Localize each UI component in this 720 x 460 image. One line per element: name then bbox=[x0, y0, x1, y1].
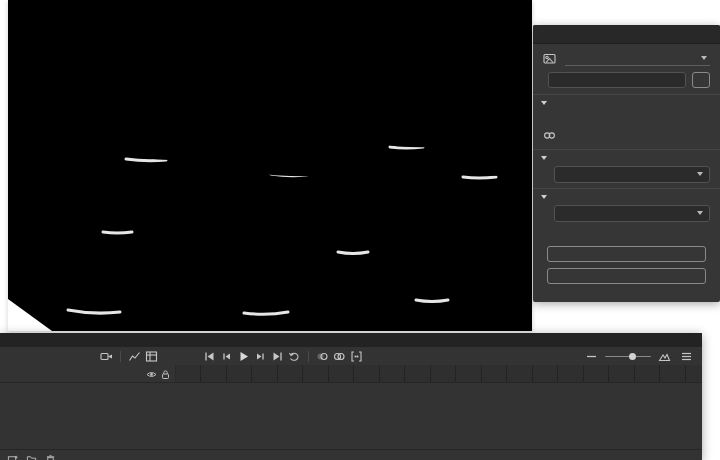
chevron-down-icon bbox=[697, 172, 703, 176]
properties-panel bbox=[533, 25, 720, 302]
timeline-layers-header bbox=[0, 365, 176, 383]
use-frame-picker-button[interactable] bbox=[547, 246, 706, 262]
edit-multiple-frames-icon[interactable] bbox=[349, 350, 364, 363]
section-color-effect[interactable] bbox=[533, 149, 720, 160]
first-frame-row bbox=[543, 227, 710, 240]
instance-name-field[interactable] bbox=[548, 72, 686, 88]
graph-editor-icon[interactable] bbox=[127, 350, 142, 363]
section-looping[interactable] bbox=[533, 188, 720, 199]
xy-row bbox=[543, 111, 710, 124]
collapse-triangle-icon bbox=[541, 156, 547, 160]
zoom-slider-knob[interactable] bbox=[629, 353, 636, 360]
graphic-symbol-icon bbox=[543, 52, 557, 65]
playhead-handle[interactable] bbox=[0, 370, 7, 382]
instance-row bbox=[543, 72, 710, 88]
timeline-toolbar bbox=[0, 347, 702, 366]
collapse-triangle-icon bbox=[541, 101, 547, 105]
frame-view-icon[interactable] bbox=[144, 350, 159, 363]
play-icon[interactable] bbox=[236, 350, 251, 363]
looping-options-row bbox=[543, 205, 710, 221]
camera-icon[interactable] bbox=[99, 350, 114, 363]
timeline-panel bbox=[0, 333, 702, 460]
frame-size-icon[interactable] bbox=[657, 350, 672, 363]
go-to-first-frame-icon[interactable] bbox=[202, 350, 217, 363]
properties-body bbox=[533, 50, 720, 284]
step-forward-icon[interactable] bbox=[253, 350, 268, 363]
stage-canvas[interactable] bbox=[8, 0, 532, 331]
symbol-type-dropdown[interactable] bbox=[565, 50, 710, 66]
onion-skin-icon[interactable] bbox=[315, 350, 330, 363]
collapse-triangle-icon bbox=[541, 195, 547, 199]
chevron-down-icon bbox=[697, 211, 703, 215]
properties-tabbar bbox=[533, 25, 720, 44]
symbol-type-row bbox=[543, 50, 710, 66]
delete-layer-icon[interactable] bbox=[43, 453, 57, 460]
link-width-height-icon[interactable] bbox=[543, 129, 561, 144]
eye-icon[interactable] bbox=[146, 369, 157, 382]
timeline-statusbar bbox=[0, 449, 702, 460]
wh-row bbox=[543, 130, 710, 143]
new-layer-icon[interactable] bbox=[5, 453, 19, 460]
panel-menu-icon[interactable] bbox=[679, 350, 694, 363]
section-position-and-size[interactable] bbox=[533, 94, 720, 105]
app-root bbox=[0, 0, 720, 460]
style-dropdown[interactable] bbox=[554, 166, 710, 183]
timeline-ruler[interactable] bbox=[176, 365, 702, 383]
stage-artwork bbox=[8, 0, 532, 331]
step-back-icon[interactable] bbox=[219, 350, 234, 363]
swap-button[interactable] bbox=[692, 72, 710, 88]
looping-options-dropdown[interactable] bbox=[554, 205, 710, 222]
timeline-tabbar bbox=[0, 333, 702, 348]
style-row bbox=[543, 166, 710, 182]
new-folder-icon[interactable] bbox=[24, 453, 38, 460]
go-to-last-frame-icon[interactable] bbox=[270, 350, 285, 363]
onion-skin-outlines-icon[interactable] bbox=[332, 350, 347, 363]
loop-icon[interactable] bbox=[287, 350, 302, 363]
timeline-zoom-slider[interactable] bbox=[605, 350, 651, 363]
zoom-out-icon[interactable] bbox=[584, 350, 599, 363]
lip-syncing-button[interactable] bbox=[547, 268, 706, 284]
lock-icon[interactable] bbox=[160, 369, 171, 382]
chevron-down-icon bbox=[701, 56, 707, 60]
